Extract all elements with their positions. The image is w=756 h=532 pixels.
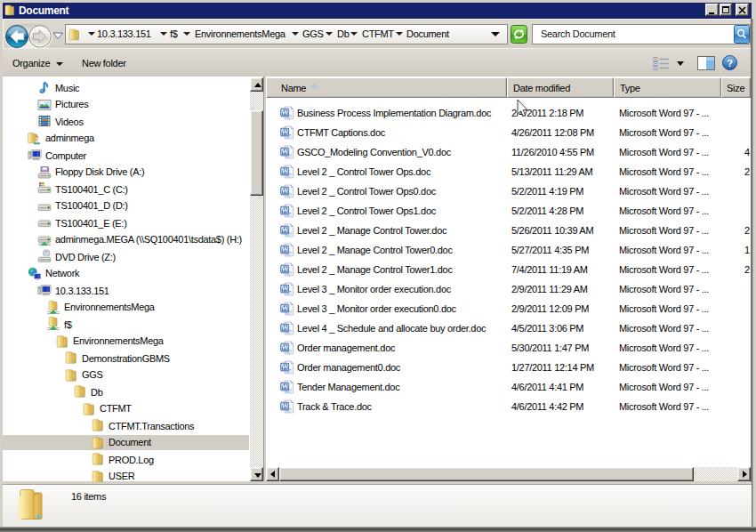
svg-text:?: ?	[727, 58, 733, 69]
